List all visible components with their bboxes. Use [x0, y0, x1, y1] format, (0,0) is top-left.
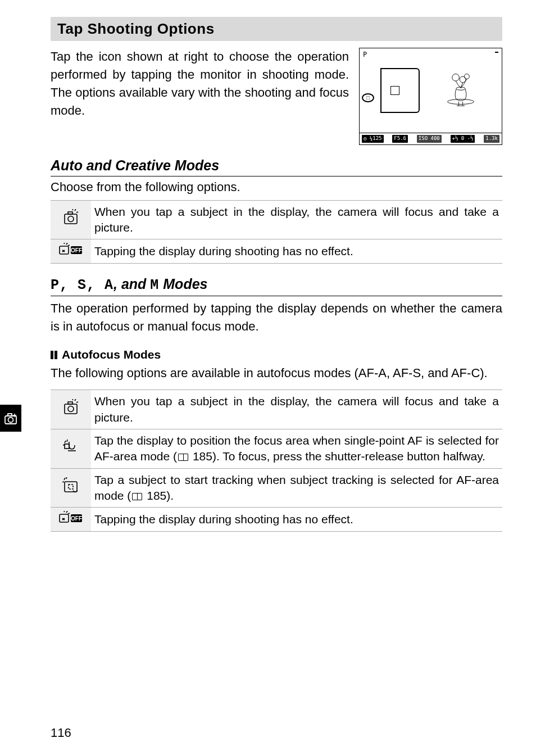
side-tab [0, 405, 21, 432]
tap-shutter-icon [51, 390, 91, 429]
heading-bars-icon [51, 348, 58, 362]
monitor-illustration: P □ ◎ ¼125 F5.6 ISO 400 +⅓ 0 -⅓ 1.3k [359, 48, 502, 145]
auto-subline: Choose from the following options. [51, 180, 502, 194]
row-text: Tap a subject to start tracking when sub… [91, 468, 502, 508]
status-strip: ◎ ¼125 F5.6 ISO 400 +⅓ 0 -⅓ 1.3k [360, 133, 502, 144]
auto-table: When you tap a subject in the display, t… [51, 200, 502, 264]
row-text: When you tap a subject in the display, t… [91, 200, 502, 239]
af-subtext: The following options are available in a… [51, 364, 502, 382]
vase-icon [440, 71, 481, 110]
exp-chip: +⅓ 0 -⅓ [451, 135, 475, 143]
count-chip: 1.3k [484, 135, 499, 143]
shutter-chip: ◎ ¼125 [362, 135, 384, 143]
tap-track-icon [51, 468, 91, 508]
page-number: 116 [51, 726, 71, 740]
af-modes-heading: Autofocus Modes [51, 348, 502, 362]
table-row: When you tap a subject in the display, t… [51, 390, 502, 429]
auto-heading: Auto and Creative Modes [51, 157, 502, 176]
aperture-chip: F5.6 [392, 135, 408, 143]
table-row: When you tap a subject in the display, t… [51, 200, 502, 239]
table-row: Tapping the display during shooting has … [51, 508, 502, 531]
tap-off-icon [51, 508, 91, 531]
table-row: Tap the display to position the focus ar… [51, 429, 502, 469]
dash-icon [495, 52, 498, 53]
psa-subtext: The operation performed by tapping the d… [51, 300, 502, 336]
psa-table: When you tap a subject in the display, t… [51, 390, 502, 531]
table-row: Tap a subject to start tracking when sub… [51, 468, 502, 508]
tap-off-icon [51, 239, 91, 263]
iso-chip: ISO 400 [417, 135, 442, 143]
tap-mode-indicator-icon: □ [362, 93, 374, 102]
row-text: Tapping the display during shooting has … [91, 508, 502, 531]
page-ref-icon [132, 493, 142, 500]
table-row: Tapping the display during shooting has … [51, 239, 502, 263]
row-text: Tapping the display during shooting has … [91, 239, 502, 263]
focus-bracket-icon [380, 68, 408, 113]
psa-heading: P, S, A, and M Modes [51, 276, 502, 296]
row-text: When you tap a subject in the display, t… [91, 390, 502, 429]
tap-shutter-icon [51, 200, 91, 239]
intro-text: Tap the icon shown at right to choose th… [51, 48, 349, 120]
camera-sparkle-icon [4, 411, 17, 425]
row-text: Tap the display to position the focus ar… [91, 429, 502, 469]
section-title: Tap Shooting Options [51, 17, 502, 41]
mode-mark: P [363, 51, 367, 58]
page-ref-icon [178, 454, 188, 461]
tap-af-point-icon [51, 429, 91, 469]
